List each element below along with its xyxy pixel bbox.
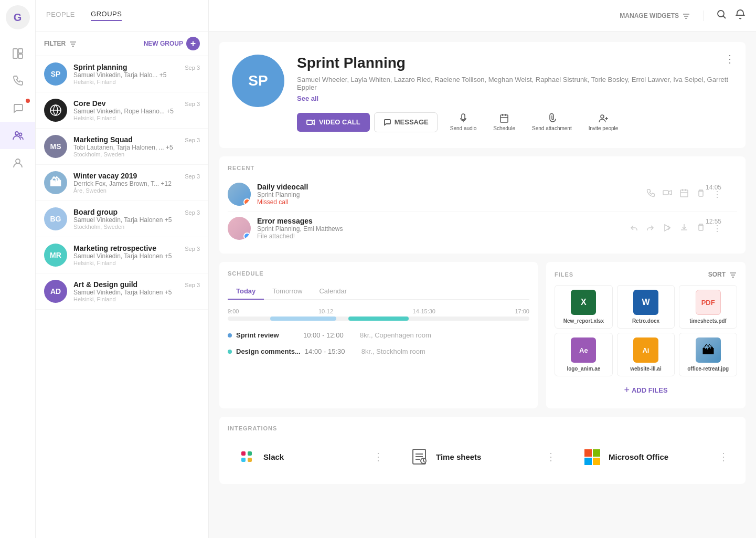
svg-rect-51 [593, 458, 600, 465]
send-audio-button[interactable]: Send audio [442, 109, 485, 135]
sidebar-item-phone[interactable] [0, 67, 35, 94]
group-location: Stockholm, Sweden [73, 224, 200, 230]
add-files-button[interactable]: + ADD FILES [555, 381, 737, 400]
file-item[interactable]: X New_report.xlsx [555, 285, 613, 329]
group-date: Sep 3 [185, 137, 200, 143]
recent-item-error: Error messages Sprint Planning, Emi Matt… [228, 212, 737, 245]
group-location: Helsinki, Finland [73, 260, 200, 266]
tab-tomorrow[interactable]: Tomorrow [264, 283, 311, 299]
sidebar-item-layout[interactable] [0, 40, 35, 67]
integration-more-slack[interactable]: ⋮ [373, 450, 384, 463]
group-avatar: AD [44, 280, 67, 303]
timeline-hours: 9:00 10-12 14-15:30 17:00 [228, 308, 529, 314]
timeline-bar-container [228, 317, 529, 321]
group-list-item[interactable]: AD Art & Design guild Sep 3 Samuel Vinke… [36, 273, 208, 310]
schedule-timeline: 9:00 10-12 14-15:30 17:00 [228, 308, 529, 321]
group-name: Winter vacay 2019 [73, 172, 137, 180]
group-list-item[interactable]: Core Dev Sep 3 Samuel Vinkedin, Rope Haa… [36, 92, 208, 129]
group-date: Sep 3 [185, 209, 200, 216]
schedule-card: SCHEDULE Today Tomorrow Calendar 9:00 10… [219, 262, 538, 408]
forward-back-icon[interactable] [646, 223, 655, 234]
sidebar-item-chat[interactable] [0, 94, 35, 122]
integrations-title: INTEGRATIONS [228, 425, 737, 431]
bottom-row: SCHEDULE Today Tomorrow Calendar 9:00 10… [219, 262, 746, 408]
manage-widgets-button[interactable]: MANAGE WIDGETS [620, 12, 690, 20]
delete-icon[interactable] [696, 188, 706, 200]
tab-groups[interactable]: GROUPS [91, 10, 122, 21]
more-options-button[interactable]: ⋮ [725, 52, 735, 65]
send-attachment-button[interactable]: Send attachment [524, 109, 580, 135]
slack-icon [236, 446, 257, 467]
sidebar-item-groups[interactable] [0, 122, 35, 149]
group-avatar [44, 99, 67, 122]
group-members: Tobi Lautanen, Tarja Halonen, ... +5 [73, 144, 200, 151]
svg-rect-0 [13, 49, 17, 58]
group-location: Stockholm, Sweden [73, 151, 200, 157]
svg-rect-2 [18, 54, 23, 58]
group-name: Marketing Squad [73, 135, 133, 144]
group-avatar: MS [44, 135, 67, 158]
plus-icon: + [186, 37, 200, 50]
group-detail-card: SP Sprint Planning Samuel Wheeler, Layla… [219, 42, 746, 148]
reply-icon[interactable] [629, 223, 638, 234]
group-list-item[interactable]: BG Board group Sep 3 Samuel Vinkedin, Ta… [36, 201, 208, 237]
event-loc-1: 8kr., Copenhagen room [360, 331, 431, 339]
calendar-icon[interactable] [679, 188, 689, 200]
svg-rect-32 [699, 191, 703, 196]
files-card: FILES SORT X New_report.xlsx W Retro.doc… [546, 262, 746, 408]
notification-bell-icon[interactable] [735, 9, 746, 22]
see-all-link[interactable]: See all [297, 94, 733, 102]
group-detail-avatar: SP [232, 55, 284, 107]
file-item[interactable]: PDF timesheets.pdf [679, 285, 737, 329]
file-item[interactable]: Ai website-ill.ai [617, 333, 675, 376]
filter-button[interactable]: FILTER [44, 39, 77, 48]
sidebar-item-profile[interactable] [0, 149, 35, 176]
group-members: Samuel Vinkedin, Tarja Halonen +5 [73, 252, 200, 260]
new-group-button[interactable]: NEW GROUP + [144, 37, 200, 50]
integration-more-office[interactable]: ⋮ [718, 450, 729, 463]
svg-line-15 [723, 16, 726, 19]
file-item[interactable]: Ae logo_anim.ae [555, 333, 613, 376]
video-icon[interactable] [663, 188, 672, 200]
integrations-list: Slack ⋮ Time sheets ⋮ Microsoft Office ⋮ [228, 438, 737, 476]
plus-icon: + [624, 385, 630, 396]
group-date: Sep 3 [185, 282, 200, 288]
group-members: Samuel Vinkedin, Tarja Halonen +5 [73, 216, 200, 224]
content-area: SP Sprint Planning Samuel Wheeler, Layla… [209, 31, 756, 538]
video-call-button[interactable]: VIDEO CALL [297, 113, 370, 132]
call-icon[interactable] [646, 188, 655, 200]
group-list-item[interactable]: MR Marketing retrospective Sep 3 Samuel … [36, 237, 208, 273]
group-list-item[interactable]: SP Sprint planning Sep 3 Samuel Vinkedin… [36, 56, 208, 92]
svg-rect-38 [241, 458, 246, 462]
event-time-1: 10:00 - 12:00 [303, 331, 356, 339]
integration-slack: Slack ⋮ [228, 438, 392, 476]
trash-icon[interactable] [696, 223, 706, 234]
panel-nav: PEOPLE GROUPS [36, 0, 208, 31]
tab-today[interactable]: Today [228, 283, 264, 299]
svg-rect-16 [307, 120, 312, 124]
recent-item-daily: Daily videocall Sprint Planning Missed c… [228, 177, 737, 212]
invite-people-button[interactable]: Invite people [580, 109, 627, 135]
download-icon[interactable] [679, 223, 689, 234]
recent-error-subtitle: Sprint Planning, Emi Matthews [257, 225, 623, 233]
integration-more-timesheets[interactable]: ⋮ [546, 450, 556, 463]
app-logo[interactable]: G [6, 5, 30, 29]
group-list-item[interactable]: 🏔 Winter vacay 2019 Sep 3 Derrick Fox, J… [36, 165, 208, 201]
sort-button[interactable]: SORT [708, 270, 737, 279]
file-item[interactable]: W Retro.docx [617, 285, 675, 329]
status-dot [243, 198, 251, 206]
svg-point-3 [15, 132, 18, 135]
svg-point-5 [16, 159, 20, 163]
message-button[interactable]: MESSAGE [374, 112, 438, 132]
schedule-button[interactable]: Schedule [485, 109, 524, 135]
file-item[interactable]: 🏔 office-retreat.jpg [679, 333, 737, 376]
group-list-item[interactable]: MS Marketing Squad Sep 3 Tobi Lautanen, … [36, 129, 208, 165]
svg-rect-28 [680, 190, 688, 197]
recent-section: RECENT Daily videocall Sprint Planning M… [219, 156, 746, 254]
search-icon[interactable] [716, 9, 727, 22]
integration-microsoft-office: Microsoft Office ⋮ [573, 438, 737, 476]
forward-icon[interactable] [663, 223, 672, 234]
tab-calendar[interactable]: Calendar [311, 283, 355, 299]
file-name: Retro.docx [622, 318, 670, 324]
tab-people[interactable]: PEOPLE [46, 10, 75, 20]
